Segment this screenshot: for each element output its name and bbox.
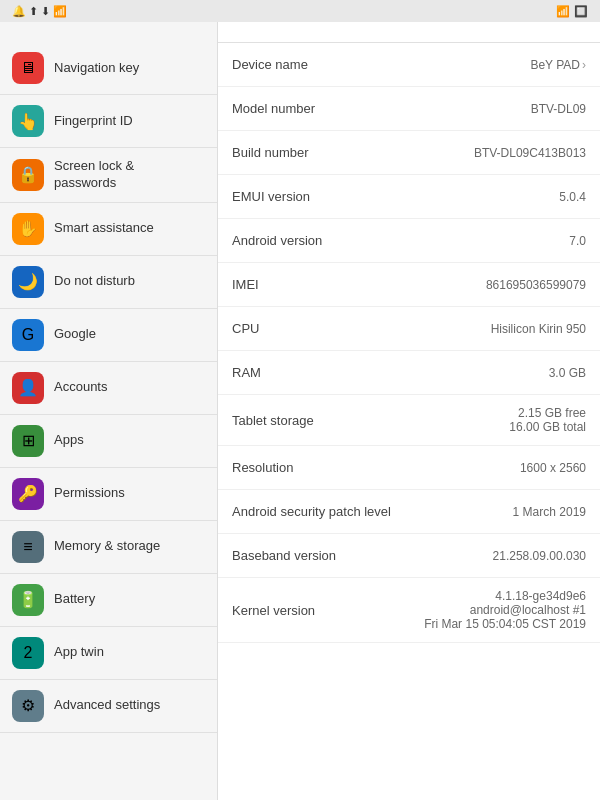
battery-icon: 🔲 bbox=[574, 5, 588, 18]
info-label-10: Android security patch level bbox=[232, 504, 409, 519]
do-not-disturb-label: Do not disturb bbox=[54, 273, 135, 290]
info-label-3: EMUI version bbox=[232, 189, 409, 204]
memory-storage-icon: ≡ bbox=[12, 531, 44, 563]
info-row-6: CPUHisilicon Kirin 950 bbox=[218, 307, 600, 351]
sidebar-item-google[interactable]: GGoogle bbox=[0, 309, 217, 362]
sidebar-item-permissions[interactable]: 🔑Permissions bbox=[0, 468, 217, 521]
info-row-0[interactable]: Device nameBeY PAD› bbox=[218, 43, 600, 87]
info-value-5: 861695036599079 bbox=[409, 278, 586, 292]
info-value-11: 21.258.09.00.030 bbox=[409, 549, 586, 563]
info-label-6: CPU bbox=[232, 321, 409, 336]
info-row-12: Kernel version4.1.18-ge34d9e6 android@lo… bbox=[218, 578, 600, 643]
sidebar-item-navigation-key[interactable]: 🖥Navigation key bbox=[0, 42, 217, 95]
status-icons: 🔔 ⬆ ⬇ 📶 bbox=[12, 5, 67, 18]
info-label-5: IMEI bbox=[232, 277, 409, 292]
permissions-icon: 🔑 bbox=[12, 478, 44, 510]
content-panel: Device nameBeY PAD›Model numberBTV-DL09B… bbox=[218, 22, 600, 800]
main-container: 🖥Navigation key👆Fingerprint ID🔒Screen lo… bbox=[0, 22, 600, 800]
sidebar-title bbox=[0, 22, 217, 42]
info-row-9: Resolution1600 x 2560 bbox=[218, 446, 600, 490]
sidebar-item-advanced-settings[interactable]: ⚙Advanced settings bbox=[0, 680, 217, 733]
info-label-0: Device name bbox=[232, 57, 409, 72]
fingerprint-id-label: Fingerprint ID bbox=[54, 113, 133, 130]
info-label-9: Resolution bbox=[232, 460, 409, 475]
info-label-8: Tablet storage bbox=[232, 413, 409, 428]
info-value-12: 4.1.18-ge34d9e6 android@localhost #1 Fri… bbox=[409, 589, 586, 631]
navigation-key-label: Navigation key bbox=[54, 60, 139, 77]
info-label-12: Kernel version bbox=[232, 603, 409, 618]
accounts-label: Accounts bbox=[54, 379, 107, 396]
apps-label: Apps bbox=[54, 432, 84, 449]
info-value-0: BeY PAD› bbox=[409, 58, 586, 72]
info-row-3: EMUI version5.0.4 bbox=[218, 175, 600, 219]
info-value-8: 2.15 GB free 16.00 GB total bbox=[409, 406, 586, 434]
info-label-4: Android version bbox=[232, 233, 409, 248]
status-left: 🔔 ⬆ ⬇ 📶 bbox=[8, 5, 67, 18]
fingerprint-id-icon: 👆 bbox=[12, 105, 44, 137]
permissions-label: Permissions bbox=[54, 485, 125, 502]
info-value-10: 1 March 2019 bbox=[409, 505, 586, 519]
info-label-1: Model number bbox=[232, 101, 409, 116]
info-row-1: Model numberBTV-DL09 bbox=[218, 87, 600, 131]
sidebar-item-app-twin[interactable]: 2App twin bbox=[0, 627, 217, 680]
sidebar-item-battery[interactable]: 🔋Battery bbox=[0, 574, 217, 627]
battery-label: Battery bbox=[54, 591, 95, 608]
info-value-7: 3.0 GB bbox=[409, 366, 586, 380]
sidebar-item-memory-storage[interactable]: ≡Memory & storage bbox=[0, 521, 217, 574]
google-icon: G bbox=[12, 319, 44, 351]
advanced-settings-label: Advanced settings bbox=[54, 697, 160, 714]
info-label-11: Baseband version bbox=[232, 548, 409, 563]
apps-icon: ⊞ bbox=[12, 425, 44, 457]
navigation-key-icon: 🖥 bbox=[12, 52, 44, 84]
info-label-2: Build number bbox=[232, 145, 409, 160]
sidebar-item-do-not-disturb[interactable]: 🌙Do not disturb bbox=[0, 256, 217, 309]
smart-assistance-icon: ✋ bbox=[12, 213, 44, 245]
screen-lock-label: Screen lock & passwords bbox=[54, 158, 134, 192]
info-value-6: Hisilicon Kirin 950 bbox=[409, 322, 586, 336]
battery-icon: 🔋 bbox=[12, 584, 44, 616]
app-twin-label: App twin bbox=[54, 644, 104, 661]
content-title bbox=[218, 22, 600, 43]
sidebar-item-fingerprint-id[interactable]: 👆Fingerprint ID bbox=[0, 95, 217, 148]
do-not-disturb-icon: 🌙 bbox=[12, 266, 44, 298]
memory-storage-label: Memory & storage bbox=[54, 538, 160, 555]
sidebar-item-accounts[interactable]: 👤Accounts bbox=[0, 362, 217, 415]
info-value-1: BTV-DL09 bbox=[409, 102, 586, 116]
content-rows-container: Device nameBeY PAD›Model numberBTV-DL09B… bbox=[218, 43, 600, 643]
info-row-2: Build numberBTV-DL09C413B013 bbox=[218, 131, 600, 175]
accounts-icon: 👤 bbox=[12, 372, 44, 404]
smart-assistance-label: Smart assistance bbox=[54, 220, 154, 237]
info-row-7: RAM3.0 GB bbox=[218, 351, 600, 395]
info-row-4: Android version7.0 bbox=[218, 219, 600, 263]
app-twin-icon: 2 bbox=[12, 637, 44, 669]
sidebar-item-smart-assistance[interactable]: ✋Smart assistance bbox=[0, 203, 217, 256]
sidebar-item-screen-lock[interactable]: 🔒Screen lock & passwords bbox=[0, 148, 217, 203]
chevron-icon-0: › bbox=[582, 58, 586, 72]
status-bar: 🔔 ⬆ ⬇ 📶 📶 🔲 bbox=[0, 0, 600, 22]
sidebar-items-container: 🖥Navigation key👆Fingerprint ID🔒Screen lo… bbox=[0, 42, 217, 733]
sidebar-item-apps[interactable]: ⊞Apps bbox=[0, 415, 217, 468]
info-value-3: 5.0.4 bbox=[409, 190, 586, 204]
info-value-4: 7.0 bbox=[409, 234, 586, 248]
info-row-10: Android security patch level1 March 2019 bbox=[218, 490, 600, 534]
wifi-icon: 📶 bbox=[556, 5, 570, 18]
google-label: Google bbox=[54, 326, 96, 343]
status-right: 📶 🔲 bbox=[556, 5, 592, 18]
advanced-settings-icon: ⚙ bbox=[12, 690, 44, 722]
info-row-11: Baseband version21.258.09.00.030 bbox=[218, 534, 600, 578]
info-label-7: RAM bbox=[232, 365, 409, 380]
screen-lock-icon: 🔒 bbox=[12, 159, 44, 191]
info-value-9: 1600 x 2560 bbox=[409, 461, 586, 475]
info-row-8: Tablet storage2.15 GB free 16.00 GB tota… bbox=[218, 395, 600, 446]
info-value-2: BTV-DL09C413B013 bbox=[409, 146, 586, 160]
info-row-5: IMEI861695036599079 bbox=[218, 263, 600, 307]
sidebar: 🖥Navigation key👆Fingerprint ID🔒Screen lo… bbox=[0, 22, 218, 800]
